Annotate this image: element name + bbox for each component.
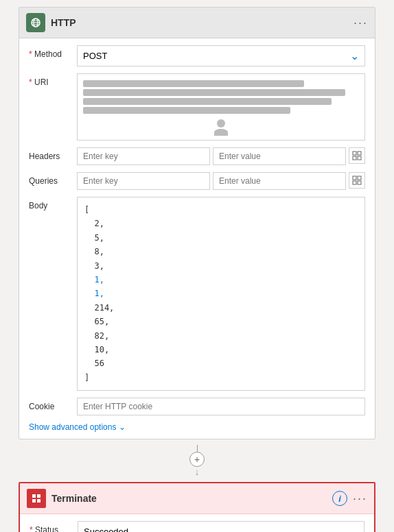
status-chevron-icon: ⌄	[349, 525, 358, 532]
uri-field-row: URI	[29, 73, 365, 141]
queries-field-row: Queries	[29, 172, 365, 190]
terminate-header-left: Terminate	[27, 489, 97, 508]
arrow-down-icon: ↓	[195, 467, 200, 476]
http-card: HTTP ··· Method POST ⌄ URI	[19, 7, 375, 439]
method-value: POST	[83, 51, 107, 61]
terminate-header: Terminate i ···	[20, 483, 374, 514]
svg-rect-6	[358, 152, 361, 155]
http-card-header: HTTP ···	[19, 8, 375, 38]
status-content: Succeeded ⌄	[78, 521, 364, 532]
svg-rect-7	[353, 156, 356, 160]
http-card-body: Method POST ⌄ URI	[19, 38, 375, 439]
uri-label: URI	[29, 73, 77, 87]
advanced-options-toggle[interactable]: Show advanced options ⌄	[29, 422, 365, 432]
cookie-input[interactable]	[77, 398, 365, 415]
method-label: Method	[29, 45, 77, 59]
uri-content	[77, 73, 365, 141]
headers-content	[77, 147, 365, 165]
svg-rect-12	[358, 181, 361, 184]
terminate-title: Terminate	[51, 493, 97, 504]
headers-table-icon[interactable]	[349, 147, 365, 164]
person-icon	[211, 119, 231, 136]
svg-rect-11	[353, 181, 356, 184]
headers-field-row: Headers	[29, 147, 365, 165]
http-title: HTTP	[51, 17, 76, 28]
body-label: Body	[29, 197, 77, 210]
connector-top-line	[197, 445, 198, 452]
svg-rect-5	[353, 152, 356, 155]
advanced-chevron-icon: ⌄	[119, 422, 126, 432]
terminate-body: Status Succeeded ⌄	[20, 514, 374, 532]
method-field-row: Method POST ⌄	[29, 45, 365, 66]
status-label: Status	[30, 521, 78, 532]
http-icon	[26, 13, 45, 32]
svg-rect-10	[358, 176, 361, 180]
uri-input[interactable]	[77, 73, 365, 141]
plus-icon: +	[194, 454, 200, 465]
cookie-content	[77, 398, 365, 415]
method-chevron-icon: ⌄	[350, 49, 359, 62]
headers-key-value	[77, 147, 365, 165]
queries-label: Queries	[29, 172, 77, 186]
method-content: POST ⌄	[77, 45, 365, 66]
svg-rect-14	[37, 494, 40, 498]
svg-rect-8	[358, 156, 361, 160]
svg-rect-15	[32, 499, 36, 503]
queries-table-icon[interactable]	[349, 172, 365, 189]
svg-rect-13	[32, 494, 36, 498]
add-step-button[interactable]: +	[189, 452, 205, 467]
body-field-row: Body [ 2, 5, 8, 3, 1, 1, 214, 65, 82, 10…	[29, 197, 365, 391]
svg-rect-16	[37, 499, 40, 503]
headers-label: Headers	[29, 147, 77, 161]
terminate-header-right: i ···	[332, 491, 367, 506]
queries-key-input[interactable]	[77, 172, 210, 190]
header-left: HTTP	[26, 13, 76, 32]
queries-key-value	[77, 172, 365, 190]
terminate-icon	[27, 489, 46, 508]
status-field-row: Status Succeeded ⌄	[30, 521, 364, 532]
status-value: Succeeded	[84, 527, 128, 532]
method-select[interactable]: POST ⌄	[77, 45, 365, 66]
cookie-field-row: Cookie	[29, 398, 365, 415]
status-select[interactable]: Succeeded ⌄	[78, 521, 364, 532]
cookie-label: Cookie	[29, 398, 77, 411]
terminate-card: Terminate i ··· Status Succeeded ⌄	[19, 482, 375, 532]
info-icon[interactable]: i	[332, 491, 347, 506]
advanced-options-label: Show advanced options	[29, 422, 116, 432]
svg-rect-9	[353, 176, 356, 180]
headers-value-input[interactable]	[213, 147, 346, 165]
queries-value-input[interactable]	[213, 172, 346, 190]
connector: + ↓	[189, 445, 205, 476]
body-content-area: [ 2, 5, 8, 3, 1, 1, 214, 65, 82, 10, 56 …	[77, 197, 365, 391]
http-menu-button[interactable]: ···	[354, 16, 368, 30]
headers-key-input[interactable]	[77, 147, 210, 165]
terminate-menu-button[interactable]: ···	[353, 492, 367, 506]
queries-content	[77, 172, 365, 190]
body-textarea[interactable]: [ 2, 5, 8, 3, 1, 1, 214, 65, 82, 10, 56 …	[77, 197, 365, 391]
